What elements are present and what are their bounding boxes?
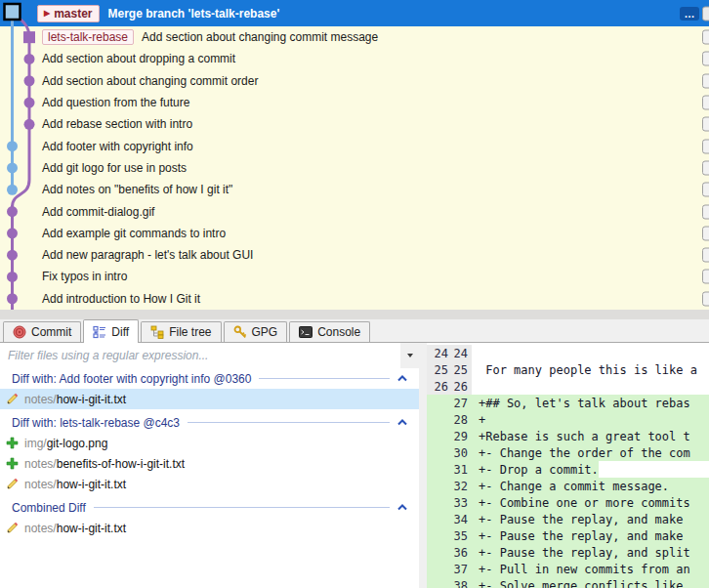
file-row[interactable]: notes/how-i-git-it.txt <box>0 518 419 538</box>
row-overflow-button[interactable] <box>702 270 709 284</box>
commit-row[interactable]: lets-talk-rebaseAdd section about changi… <box>0 26 709 48</box>
key-icon <box>233 325 247 339</box>
vertical-splitter[interactable] <box>419 343 427 588</box>
diff-line: 31+- Drop a commit. <box>427 461 709 478</box>
commit-row[interactable]: Add section about changing commit order <box>0 70 709 92</box>
diff-section-header[interactable]: Diff with: Add footer with copyright inf… <box>0 368 419 389</box>
commit-row[interactable]: Fix typos in intro <box>0 266 709 287</box>
row-overflow-button[interactable] <box>702 96 709 110</box>
file-row[interactable]: notes/how-i-git-it.txt <box>0 389 419 409</box>
row-overflow-button[interactable] <box>702 52 709 66</box>
new-line-number: 38 <box>448 579 468 588</box>
diff-line-text: For many people this is like a <box>472 361 697 378</box>
commit-row[interactable]: Add section about dropping a commit <box>0 48 709 69</box>
modified-pencil-icon <box>6 393 19 405</box>
commit-row[interactable]: Add example git commands to intro <box>0 223 709 244</box>
modified-pencil-icon <box>6 478 19 490</box>
new-line-number: 29 <box>448 430 468 443</box>
file-directory: notes/ <box>24 522 57 535</box>
diff-line-text: +Rebase is such a great tool t <box>472 428 690 444</box>
commit-message: Add question from the future <box>42 96 189 109</box>
commit-message: Add rebase section with intro <box>42 117 192 131</box>
tab-gpg[interactable]: GPG <box>224 321 288 342</box>
diff-section-header[interactable]: Combined Diff <box>0 497 419 518</box>
commit-row[interactable]: Add git logo for use in posts <box>0 157 709 179</box>
row-overflow-button[interactable] <box>702 291 709 306</box>
line-number-gutter: 32 <box>427 478 472 494</box>
commit-row[interactable]: Add rebase section with intro <box>0 113 709 135</box>
collapse-chevron-icon[interactable] <box>397 504 407 512</box>
line-number-gutter: 33 <box>427 494 472 511</box>
file-row[interactable]: img/git-logo.png <box>0 433 419 453</box>
row-overflow-button[interactable] <box>702 248 709 263</box>
tab-label: Commit <box>31 325 71 339</box>
commit-row-selected[interactable]: ▶master Merge branch 'lets-talk-rebase' … <box>0 0 709 26</box>
commit-message: Add introduction to How I Git it <box>42 292 200 306</box>
new-line-number: 31 <box>448 463 468 477</box>
filter-dropdown-button[interactable] <box>400 343 419 368</box>
commit-row[interactable]: Add commit-dialog.gif <box>0 200 709 222</box>
horizontal-splitter[interactable] <box>0 310 709 319</box>
commit-message: Add git logo for use in posts <box>42 161 187 175</box>
collapse-chevron-icon[interactable] <box>397 419 407 427</box>
row-overflow-button[interactable] <box>702 226 709 240</box>
commit-row[interactable]: Add question from the future <box>0 92 709 113</box>
diff-line: 2626 <box>427 378 709 395</box>
new-line-number: 24 <box>448 347 468 360</box>
row-overflow-button[interactable] <box>702 204 709 219</box>
row-overflow-button[interactable] <box>702 73 709 88</box>
branch-badge-master[interactable]: ▶master <box>37 5 100 22</box>
row-overflow-button[interactable] <box>702 30 709 45</box>
diff-line-text: +- Change the order of the com <box>472 444 690 461</box>
line-number-gutter: 27 <box>427 395 472 411</box>
tab-label: Console <box>317 325 360 339</box>
commit-row[interactable]: Add notes on "benefits of how I git it" <box>0 179 709 200</box>
tab-diff[interactable]: Diff <box>83 319 139 343</box>
commit-row[interactable]: Add footer with copyright info <box>0 135 709 156</box>
commit-message: Add notes on "benefits of how I git it" <box>42 183 232 196</box>
new-line-number: 26 <box>448 380 468 394</box>
line-number-gutter: 38 <box>427 577 472 588</box>
tab-label: GPG <box>252 325 278 339</box>
diff-section-header[interactable]: Diff with: lets-talk-rebase @c4c3 <box>0 412 419 433</box>
diff-line-text: +- Combine one or more commits <box>472 494 690 511</box>
tab-file-tree[interactable]: File tree <box>141 321 221 342</box>
diff-section-title: Diff with: Add footer with copyright inf… <box>12 372 251 386</box>
diff-line-text: +## So, let's talk about rebas <box>472 395 690 411</box>
old-line-number: 25 <box>429 363 448 377</box>
diff-line: 29+Rebase is such a great tool t <box>427 428 709 444</box>
tab-commit[interactable]: Commit <box>3 321 81 342</box>
line-number-gutter: 34 <box>427 511 472 527</box>
diff-text-view[interactable]: 24242525 For many people this is like a2… <box>427 343 709 588</box>
line-number-gutter: 28 <box>427 411 472 428</box>
chevron-down-icon <box>407 354 413 357</box>
file-filter-input[interactable] <box>0 343 400 368</box>
diff-line: 33+- Combine one or more commits <box>427 494 709 511</box>
tab-label: Diff <box>111 325 129 339</box>
commit-message: Add section about changing commit order <box>42 74 258 88</box>
tab-console[interactable]: Console <box>289 321 370 342</box>
row-overflow-button[interactable] <box>702 117 709 132</box>
file-tree-icon <box>150 325 164 339</box>
commit-message: Add new paragraph - let's talk about GUI <box>42 248 253 262</box>
branch-arrow-icon: ▶ <box>44 10 50 18</box>
added-plus-icon <box>6 457 19 470</box>
diff-line: 2525 For many people this is like a <box>427 361 709 378</box>
row-overflow-button[interactable] <box>702 139 709 153</box>
new-line-number: 34 <box>448 513 468 526</box>
row-overflow-button[interactable] <box>702 6 709 21</box>
file-directory: notes/ <box>24 457 57 471</box>
diff-section-title: Diff with: lets-talk-rebase @c4c3 <box>12 416 180 430</box>
file-row[interactable]: notes/how-i-git-it.txt <box>0 474 419 494</box>
new-line-number: 32 <box>448 480 468 493</box>
row-overflow-button[interactable] <box>702 183 709 197</box>
row-overflow-button[interactable] <box>702 160 709 175</box>
collapse-chevron-icon[interactable] <box>397 375 407 383</box>
file-path: notes/benefits-of-how-i-git-it.txt <box>24 457 185 471</box>
file-row[interactable]: notes/benefits-of-how-i-git-it.txt <box>0 453 419 474</box>
commit-row[interactable]: Add new paragraph - let's talk about GUI <box>0 244 709 266</box>
new-line-number: 35 <box>448 529 468 543</box>
line-number-gutter: 36 <box>427 544 472 561</box>
commit-more-button[interactable]: … <box>680 7 699 21</box>
commit-row[interactable]: Add introduction to How I Git it <box>0 288 709 310</box>
